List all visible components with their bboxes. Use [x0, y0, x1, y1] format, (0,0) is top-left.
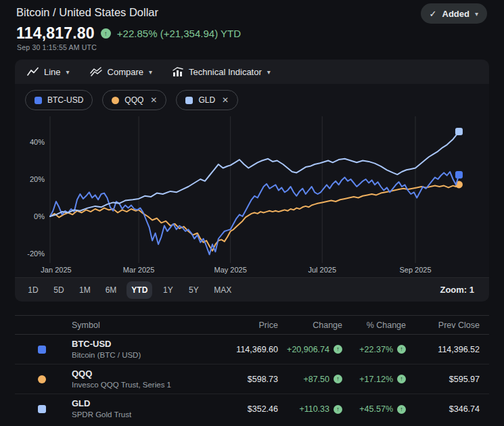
- col-prev-close: Prev Close: [406, 321, 480, 330]
- time-range-bar: 1D 5D 1M 6M YTD 1Y 5Y MAX Zoom: 1: [15, 277, 489, 302]
- current-price: 114,817.80: [16, 24, 95, 43]
- chart-toolbar: Line ▾ Compare ▾ Technical Indicator ▾: [15, 60, 489, 84]
- check-icon: ✓: [430, 9, 437, 19]
- line-menu-label: Line: [44, 67, 61, 77]
- technical-indicator-icon: [173, 67, 183, 76]
- time-range-6m[interactable]: 6M: [101, 281, 122, 299]
- change-cell: +20,906.74↑: [278, 345, 342, 354]
- chip-btc-usd[interactable]: BTC-USD: [25, 90, 93, 110]
- up-arrow-badge-icon: ↑: [397, 405, 406, 414]
- quote-table: Symbol Price Change % Change Prev Close …: [15, 315, 489, 424]
- series-end-marker-btc-usd: [455, 171, 463, 179]
- technical-indicator-label: Technical Indicator: [189, 67, 262, 77]
- x-tick-label: May 2025: [214, 266, 247, 274]
- col-price: Price: [210, 321, 278, 330]
- pct-change-cell: +17.12%↑: [342, 375, 406, 384]
- chevron-down-icon: ▾: [267, 68, 271, 76]
- time-range-1y[interactable]: 1Y: [158, 281, 178, 299]
- up-arrow-badge-icon: ↑: [397, 375, 406, 383]
- time-range-1d[interactable]: 1D: [23, 281, 43, 299]
- table-header: Symbol Price Change % Change Prev Close: [15, 315, 489, 335]
- prev-close-cell: $346.74: [406, 404, 480, 414]
- compare-menu-label: Compare: [108, 67, 143, 77]
- time-range-5y[interactable]: 5Y: [183, 281, 204, 299]
- gld-series-marker: [185, 97, 193, 104]
- compare-menu[interactable]: Compare ▾: [90, 67, 153, 77]
- quote-timestamp: Sep 30 1:15:55 AM UTC: [17, 43, 97, 51]
- time-range-ytd[interactable]: YTD: [127, 281, 152, 299]
- chevron-down-icon: ▾: [149, 68, 152, 76]
- y-tick-label: 40%: [30, 138, 45, 146]
- price-cell: $352.46: [210, 404, 278, 414]
- time-range-5d[interactable]: 5D: [49, 281, 69, 299]
- col-change: Change: [278, 321, 342, 330]
- symbol-full-name: Bitcoin (BTC / USD): [72, 350, 210, 361]
- x-tick-label: Jan 2025: [41, 266, 71, 274]
- change-cell: +87.50↑: [278, 375, 342, 384]
- price-chart[interactable]: Jan 2025Mar 2025May 2025Jul 2025Sep 2025…: [15, 114, 488, 276]
- btc-series-marker: [38, 346, 46, 354]
- qqq-series-marker: [38, 375, 46, 383]
- table-row-qqq[interactable]: QQQ Invesco QQQ Trust, Series 1 $598.73 …: [15, 364, 489, 394]
- symbol-ticker: GLD: [72, 398, 210, 410]
- time-range-max[interactable]: MAX: [209, 281, 236, 299]
- prev-close-cell: 114,396.52: [406, 345, 480, 354]
- price-cell: $598.73: [210, 375, 278, 384]
- x-tick-label: Sep 2025: [399, 266, 431, 274]
- price-row: 114,817.80 ↑ +22.85% (+21,354.94) YTD: [16, 24, 241, 43]
- y-tick-label: 0%: [34, 212, 45, 220]
- chart-panel: Line ▾ Compare ▾ Technical Indicator ▾: [15, 60, 489, 302]
- qqq-series-marker: [112, 97, 119, 104]
- line-chart-icon: [27, 67, 39, 76]
- up-arrow-badge-icon: ↑: [334, 345, 342, 354]
- added-button-label: Added: [442, 9, 469, 19]
- col-symbol: Symbol: [72, 321, 210, 330]
- pct-change-cell: +45.57%↑: [342, 404, 406, 414]
- table-row-btc-usd[interactable]: BTC-USD Bitcoin (BTC / USD) 114,369.60 +…: [15, 335, 489, 364]
- up-arrow-badge-icon: ↑: [334, 405, 342, 414]
- price-change-ytd: +22.85% (+21,354.94) YTD: [117, 28, 241, 39]
- x-tick-label: Jul 2025: [308, 266, 336, 274]
- chip-gld[interactable]: GLD ✕: [176, 90, 238, 110]
- chevron-down-icon: ▾: [475, 10, 478, 18]
- chip-label: BTC-USD: [47, 95, 83, 105]
- time-range-1m[interactable]: 1M: [74, 281, 95, 299]
- chip-label: QQQ: [124, 95, 143, 105]
- chip-close-icon[interactable]: ✕: [222, 95, 229, 105]
- x-tick-label: Mar 2025: [123, 266, 154, 274]
- chart-type-line-menu[interactable]: Line ▾: [27, 67, 70, 77]
- col-pct-change: % Change: [342, 321, 406, 330]
- symbol-ticker: QQQ: [72, 368, 210, 380]
- pct-change-cell: +22.37%↑: [342, 345, 406, 354]
- technical-indicator-menu[interactable]: Technical Indicator ▾: [173, 67, 271, 77]
- added-watchlist-button[interactable]: ✓ Added ▾: [421, 3, 487, 24]
- symbol-ticker: BTC-USD: [72, 338, 210, 350]
- series-line-gld: [50, 132, 459, 216]
- y-tick-label: 20%: [30, 175, 45, 183]
- btc-series-marker: [35, 97, 42, 104]
- comparison-chips: BTC-USD QQQ ✕ GLD ✕: [15, 84, 489, 110]
- chip-close-icon[interactable]: ✕: [150, 95, 157, 105]
- table-row-gld[interactable]: GLD SPDR Gold Trust $352.46 +110.33↑ +45…: [15, 394, 489, 424]
- chevron-down-icon: ▾: [66, 68, 70, 76]
- change-cell: +110.33↑: [278, 404, 342, 414]
- up-arrow-badge-icon: ↑: [397, 345, 406, 354]
- chip-qqq[interactable]: QQQ ✕: [102, 90, 166, 110]
- up-arrow-badge-icon: ↑: [334, 375, 342, 383]
- series-line-qqq: [50, 185, 459, 251]
- symbol-full-name: Invesco QQQ Trust, Series 1: [72, 380, 210, 391]
- price-cell: 114,369.60: [210, 345, 278, 354]
- compare-icon: [90, 67, 102, 76]
- gld-series-marker: [38, 405, 46, 413]
- up-arrow-badge-icon: ↑: [101, 28, 111, 39]
- zoom-level-indicator: Zoom: 1: [440, 285, 474, 295]
- prev-close-cell: $595.97: [406, 375, 480, 384]
- chip-label: GLD: [198, 95, 215, 105]
- chart-area: BTC-USD QQQ ✕ GLD ✕ Jan 2025Mar 2025May …: [15, 84, 489, 277]
- symbol-full-name: SPDR Gold Trust: [72, 410, 210, 421]
- y-tick-label: -20%: [27, 250, 45, 258]
- page-title: Bitcoin / United States Dollar: [16, 6, 158, 19]
- series-end-marker-gld: [455, 128, 463, 135]
